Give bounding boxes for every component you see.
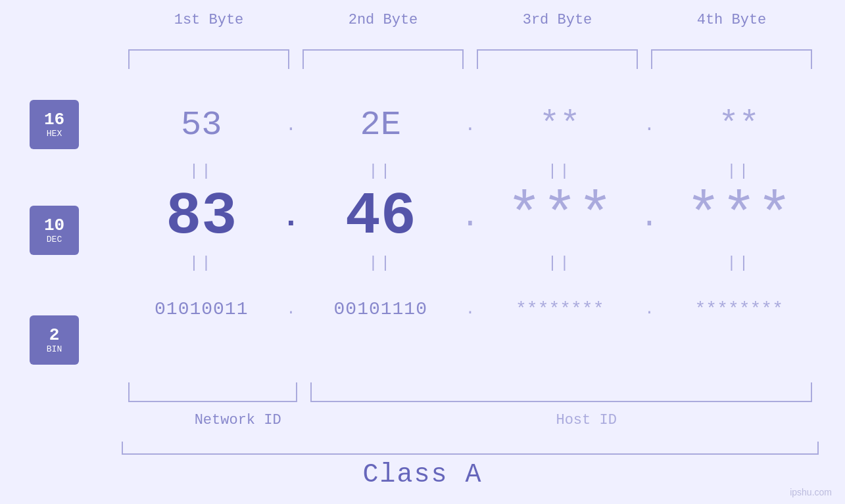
byte4-header: 4th Byte [644, 12, 819, 28]
bin-row: 01010011 . 00101110 . ******** . *******… [122, 276, 819, 342]
bin-byte4: ******** [660, 299, 819, 319]
hex-dot3: . [640, 115, 660, 135]
byte3-header: 3rd Byte [470, 12, 644, 28]
bin-badge-num: 2 [49, 326, 60, 345]
hex-dot1: . [281, 115, 301, 135]
dec-byte2: 46 [301, 183, 461, 250]
bottom-brackets [122, 382, 819, 402]
host-id-label: Host ID [354, 412, 819, 428]
dec-dot2: . [460, 199, 480, 235]
bin-dot1: . [281, 300, 301, 318]
hex-byte1: 53 [122, 106, 281, 145]
bin-byte2: 00101110 [301, 299, 461, 319]
eq1-b2: || [301, 162, 461, 180]
bin-badge: 2 BIN [30, 315, 79, 365]
byte1-header: 1st Byte [122, 12, 296, 28]
hex-badge-num: 16 [44, 110, 64, 129]
eq1-b1: || [122, 162, 281, 180]
main-container: 1st Byte 2nd Byte 3rd Byte 4th Byte 16 H… [0, 0, 845, 504]
eq1-b3: || [480, 162, 640, 180]
rows-container: 53 . 2E . ** . ** || || || || [122, 66, 819, 342]
bracket-bottom-1 [128, 382, 297, 402]
bin-dot3: . [640, 300, 660, 318]
hex-byte3: ** [480, 106, 640, 145]
dec-badge: 10 DEC [30, 206, 79, 255]
network-id-label: Network ID [122, 412, 354, 428]
eq2-b2: || [301, 254, 461, 272]
dec-badge-num: 10 [44, 216, 64, 235]
bin-badge-name: BIN [47, 344, 62, 354]
dec-byte4: *** [660, 183, 819, 250]
bracket-bottom-2 [310, 382, 812, 402]
byte2-header: 2nd Byte [296, 12, 470, 28]
hex-badge: 16 HEX [30, 100, 79, 149]
dec-dot1: . [281, 199, 301, 235]
dec-row: 83 . 46 . *** . *** [122, 184, 819, 250]
bin-byte1: 01010011 [122, 299, 281, 319]
hex-byte4: ** [660, 106, 819, 145]
bin-byte3: ******** [480, 299, 640, 319]
id-labels: Network ID Host ID [122, 412, 819, 428]
class-a-label: Class A [0, 460, 845, 490]
byte-headers: 1st Byte 2nd Byte 3rd Byte 4th Byte [122, 12, 819, 28]
bin-dot2: . [460, 300, 480, 318]
equals-row-2: || || || || [122, 250, 819, 276]
eq2-b3: || [480, 254, 640, 272]
eq1-b4: || [660, 162, 819, 180]
dec-byte1: 83 [122, 183, 281, 250]
hex-dot2: . [460, 115, 480, 135]
dec-dot3: . [640, 199, 660, 235]
hex-byte2: 2E [301, 106, 461, 145]
dec-byte3: *** [480, 183, 640, 250]
watermark: ipshu.com [790, 487, 832, 497]
full-bottom-bracket [122, 442, 819, 455]
hex-row: 53 . 2E . ** . ** [122, 92, 819, 158]
eq2-b4: || [660, 254, 819, 272]
hex-badge-name: HEX [47, 129, 62, 139]
equals-row-1: || || || || [122, 158, 819, 184]
eq2-b1: || [122, 254, 281, 272]
dec-badge-name: DEC [47, 235, 62, 244]
